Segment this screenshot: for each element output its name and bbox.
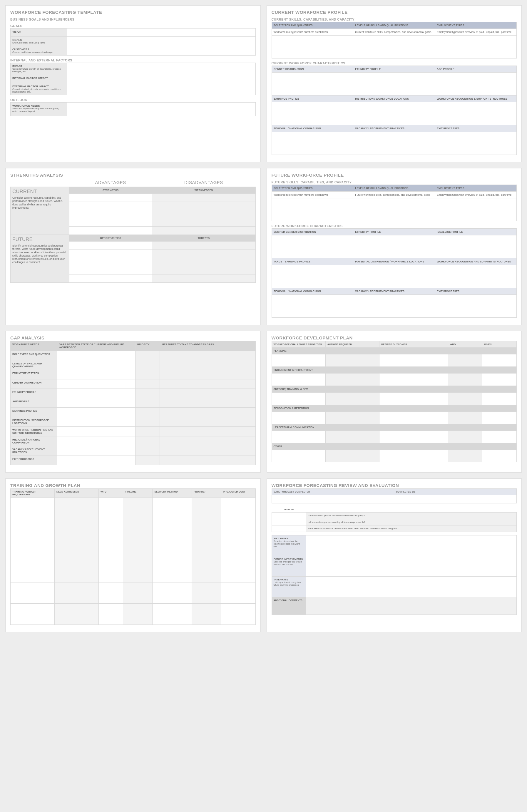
cell-input[interactable] <box>272 431 325 443</box>
cell-input[interactable] <box>380 431 448 443</box>
swot-cell[interactable] <box>69 227 152 235</box>
swot-cell[interactable] <box>152 202 255 210</box>
cell-input[interactable] <box>272 265 353 288</box>
cell-input[interactable] <box>448 412 482 424</box>
cell-input[interactable] <box>435 198 517 221</box>
cell-input[interactable] <box>99 498 123 519</box>
cell-input[interactable] <box>99 582 123 604</box>
cell-input[interactable] <box>435 35 517 58</box>
cell-input[interactable] <box>57 360 136 370</box>
cell-input[interactable] <box>55 582 99 604</box>
cell-input[interactable] <box>136 360 160 370</box>
cell-input[interactable] <box>160 436 255 446</box>
cell-input[interactable] <box>435 102 517 125</box>
cell-input[interactable] <box>272 374 325 386</box>
vision-input[interactable] <box>67 29 255 37</box>
cell-input[interactable] <box>353 295 435 318</box>
cell-input[interactable] <box>160 351 255 360</box>
cell-input[interactable] <box>325 374 379 386</box>
cell-input[interactable] <box>353 265 435 288</box>
cell-input[interactable] <box>11 561 55 582</box>
cell-input[interactable] <box>123 604 153 625</box>
cell-input[interactable] <box>221 604 255 625</box>
cell-input[interactable] <box>153 519 191 540</box>
yn-input[interactable] <box>272 525 306 532</box>
cell-input[interactable] <box>272 393 325 405</box>
cell-input[interactable] <box>153 498 191 519</box>
cell-input[interactable] <box>448 354 482 367</box>
cell-input[interactable] <box>435 235 517 258</box>
swot-cell[interactable] <box>152 210 255 218</box>
cell-input[interactable] <box>99 519 123 540</box>
cell-input[interactable] <box>272 235 353 258</box>
cell-input[interactable] <box>136 446 160 456</box>
cell-input[interactable] <box>11 519 55 540</box>
cell-input[interactable] <box>380 354 448 367</box>
cell-input[interactable] <box>11 582 55 604</box>
cell-input[interactable] <box>435 132 517 155</box>
yn-input[interactable] <box>272 519 306 525</box>
cell-input[interactable] <box>136 389 160 398</box>
cell-input[interactable] <box>57 417 136 427</box>
cell-input[interactable] <box>136 370 160 379</box>
cell-input[interactable] <box>160 427 255 436</box>
cell-input[interactable] <box>482 374 517 386</box>
cell-input[interactable] <box>99 561 123 582</box>
cell-input[interactable] <box>153 561 191 582</box>
cell-input[interactable] <box>353 102 435 125</box>
cell-input[interactable] <box>160 398 255 408</box>
cell-input[interactable] <box>435 295 517 318</box>
swot-cell[interactable] <box>152 218 255 227</box>
cell-input[interactable] <box>160 417 255 427</box>
cell-input[interactable] <box>325 450 379 462</box>
cell-input[interactable] <box>160 389 255 398</box>
cell-input[interactable] <box>448 450 482 462</box>
cell-input[interactable] <box>221 540 255 561</box>
cell-input[interactable] <box>11 498 55 519</box>
impact-input[interactable] <box>67 63 255 75</box>
cell-input[interactable] <box>55 540 99 561</box>
cell-input[interactable] <box>123 582 153 604</box>
cell-input[interactable] <box>136 436 160 446</box>
cell-input[interactable] <box>136 427 160 436</box>
cell-input[interactable] <box>123 498 153 519</box>
customers-input[interactable] <box>67 46 255 56</box>
cell-input[interactable] <box>191 582 221 604</box>
cell-input[interactable] <box>57 456 136 465</box>
cell-input[interactable] <box>11 604 55 625</box>
cell-input[interactable] <box>353 73 435 96</box>
swot-cell[interactable] <box>152 266 255 275</box>
cell-input[interactable] <box>448 374 482 386</box>
cell-input[interactable] <box>191 604 221 625</box>
cell-input[interactable] <box>57 389 136 398</box>
cell-input[interactable] <box>57 408 136 417</box>
cell-input[interactable] <box>136 398 160 408</box>
cell-input[interactable] <box>57 379 136 389</box>
cell-input[interactable] <box>482 450 517 462</box>
cell-input[interactable] <box>272 412 325 424</box>
wf-needs-input[interactable] <box>67 103 255 116</box>
cell-input[interactable] <box>380 412 448 424</box>
cell-input[interactable] <box>448 431 482 443</box>
cell-input[interactable] <box>57 370 136 379</box>
comments-input[interactable] <box>306 597 517 615</box>
cell-input[interactable] <box>55 498 99 519</box>
cell-input[interactable] <box>272 73 353 96</box>
cell-input[interactable] <box>153 582 191 604</box>
swot-cell[interactable] <box>152 242 255 250</box>
completed-by-input[interactable] <box>394 495 517 504</box>
date-input[interactable] <box>272 495 394 504</box>
cell-input[interactable] <box>55 604 99 625</box>
cell-input[interactable] <box>123 561 153 582</box>
cell-input[interactable] <box>353 132 435 155</box>
swot-cell[interactable] <box>69 258 152 266</box>
goals-input[interactable] <box>67 37 255 46</box>
cell-input[interactable] <box>99 604 123 625</box>
yn-input[interactable] <box>272 512 306 519</box>
swot-cell[interactable] <box>152 258 255 266</box>
cell-input[interactable] <box>160 456 255 465</box>
cell-input[interactable] <box>136 408 160 417</box>
swot-cell[interactable] <box>69 194 152 202</box>
cell-input[interactable] <box>325 412 379 424</box>
cell-input[interactable] <box>55 519 99 540</box>
